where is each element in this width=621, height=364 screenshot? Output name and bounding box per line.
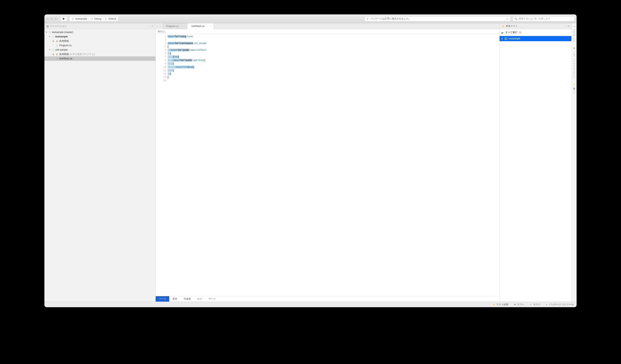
tree-root[interactable]: ▼ ▢ testsample (master) xyxy=(44,30,155,34)
status-tasks[interactable]: ✓タスク xyxy=(530,303,540,306)
rail-tab-unit-test[interactable]: ⚡単体テスト xyxy=(573,82,576,93)
editor-tab-active[interactable]: UnitTest1.cs ○ xyxy=(188,23,213,29)
csharp-file-icon: ▯ xyxy=(56,57,58,60)
bottom-tab-log[interactable]: ログ xyxy=(194,296,205,302)
crumb-project: testsample xyxy=(75,17,87,20)
search-input[interactable]: 🔍 検索するには '⌘.' を押します xyxy=(513,16,575,21)
proj1-label: testsample xyxy=(55,35,68,38)
stop-tests-icon[interactable] xyxy=(519,31,521,34)
config-breadcrumb[interactable]: ▢ testsample › ▢ Debug › ▯ Default xyxy=(69,16,118,21)
config-icon: ▢ xyxy=(90,17,93,20)
play-icon xyxy=(63,17,65,20)
deps-update-note: (4 件の更新プログラム) xyxy=(70,53,95,56)
test-tree-item[interactable]: ▶ testsample xyxy=(500,36,571,41)
run-all-label[interactable]: すべて実行 xyxy=(505,31,517,34)
test-item-label: testsample xyxy=(509,37,520,40)
bolt-icon: ⚡ xyxy=(501,25,505,28)
status-text: パッケージは正常に復元されました。 xyxy=(370,17,411,20)
error-icon: ⊗ xyxy=(514,303,516,306)
search-placeholder: 検索するには '⌘.' を押します xyxy=(518,17,550,20)
tree-file-selected[interactable]: ▯ UnitTest1.cs xyxy=(44,56,155,61)
tab-label: UnitTest1.cs xyxy=(191,25,205,28)
minimize-window-icon[interactable] xyxy=(51,17,53,20)
toolbox-icon: T xyxy=(573,26,575,27)
tree-dependencies[interactable]: ▶ ▮ 依存関係 (4 件の更新プログラム) xyxy=(44,52,155,56)
tab-label: Program.cs xyxy=(166,25,178,28)
project-icon: ▢ xyxy=(71,17,74,20)
editor-area: ‹ › Program.cs UnitTest1.cs ○ 選択なし 12345… xyxy=(156,23,499,302)
deps-label: 依存関係 xyxy=(59,53,69,56)
device-icon: ▯ xyxy=(104,17,107,20)
warning-icon[interactable]: ⚠ xyxy=(506,17,508,20)
disclosure-closed-icon[interactable]: ▶ xyxy=(501,38,503,40)
solution-icon: ▤ xyxy=(46,25,49,28)
status-test-results[interactable]: ⚡テスト結果 xyxy=(493,303,508,306)
code-content[interactable]: class="kw">using Xunit; class="kw">names… xyxy=(168,34,499,296)
tree-project[interactable]: ▼ ▢ unit-sample xyxy=(44,48,155,52)
status-bar: ⚡テスト結果 ⊗エラー ✓タスク ▪パッケージ コンソール xyxy=(44,302,577,307)
solution-explorer: ▤ ソリューション ▫ ✕ ▼ ▢ testsample (master) ▼ … xyxy=(44,23,156,302)
status-package-console[interactable]: ▪パッケージ コンソール xyxy=(546,303,574,306)
deps-label: 依存関係 xyxy=(59,39,69,43)
panel-title: ソリューション xyxy=(50,24,67,28)
disclosure-closed-icon[interactable]: ▶ xyxy=(53,53,55,55)
unit-test-panel-header: ⚡ 単体テスト ▫ ✕ xyxy=(500,23,571,29)
status-errors[interactable]: ⊗エラー xyxy=(514,303,524,306)
solution-panel-header: ▤ ソリューション ▫ ✕ xyxy=(44,23,155,29)
folder-icon: ▮ xyxy=(56,53,58,56)
code-editor[interactable]: 1234567891011121314 class="kw">using Xun… xyxy=(156,34,499,296)
panel-pin-icon[interactable]: ▫ xyxy=(150,25,151,27)
disclosure-closed-icon[interactable]: ▶ xyxy=(53,40,55,42)
panel-title: 単体テスト xyxy=(506,24,518,28)
disclosure-open-icon[interactable]: ▼ xyxy=(49,36,51,38)
file-label: Program.cs xyxy=(59,44,71,47)
file-label: UnitTest1.cs xyxy=(59,57,72,60)
main-body: ▤ ソリューション ▫ ✕ ▼ ▢ testsample (master) ▼ … xyxy=(44,23,577,302)
line-gutter: 1234567891011121314 xyxy=(156,34,168,296)
root-label: testsample (master) xyxy=(52,31,73,33)
panel-pin-icon[interactable]: ▫ xyxy=(566,25,566,27)
unit-test-panel: ⚡ 単体テスト ▫ ✕ ▶ すべて実行 ▶ testsample xyxy=(499,23,571,302)
close-window-icon[interactable] xyxy=(46,17,49,20)
rail-tab-toolbox[interactable]: Tツールボックス xyxy=(573,25,576,42)
disclosure-open-icon[interactable]: ▼ xyxy=(49,49,51,51)
search-icon: 🔍 xyxy=(514,17,517,20)
disclosure-open-icon[interactable]: ▼ xyxy=(46,31,48,33)
editor-tab-row: ‹ › Program.cs UnitTest1.cs ○ xyxy=(156,23,499,29)
bottom-tab-source[interactable]: ソース xyxy=(156,296,169,302)
right-rail: Tツールボックス ▤ドキュメント アウトライン ⚡単体テスト xyxy=(571,23,577,302)
bolt-icon: ⚡ xyxy=(573,83,575,85)
zoom-window-icon[interactable] xyxy=(54,17,57,20)
top-toolbar: ▢ testsample › ▢ Debug › ▯ Default ✔ パッケ… xyxy=(44,14,577,23)
csharp-file-icon: ▯ xyxy=(56,44,58,47)
panel-close-icon[interactable]: ✕ xyxy=(568,25,569,27)
editor-tab[interactable]: Program.cs xyxy=(162,23,188,29)
editor-breadcrumb[interactable]: 選択なし xyxy=(156,29,499,34)
tab-dirty-icon[interactable]: ○ xyxy=(210,25,211,27)
solution-tree[interactable]: ▼ ▢ testsample (master) ▼ ▢ testsample ▶… xyxy=(44,29,155,302)
outline-icon: ▤ xyxy=(573,47,575,49)
run-button[interactable] xyxy=(60,16,67,21)
crumb-text: 選択なし xyxy=(158,30,166,33)
nav-back-icon[interactable]: ‹ xyxy=(157,25,158,28)
panel-close-icon[interactable]: ✕ xyxy=(152,25,154,27)
nav-forward-icon[interactable]: › xyxy=(160,25,160,28)
tree-project[interactable]: ▼ ▢ testsample xyxy=(44,34,155,39)
bottom-tab-changes[interactable]: 変更 xyxy=(169,296,180,302)
bolt-icon: ⚡ xyxy=(493,303,495,306)
chevron-right-icon: › xyxy=(103,17,103,20)
tree-dependencies[interactable]: ▶ ▮ 依存関係 xyxy=(44,39,155,43)
crumb-config: Debug xyxy=(94,17,101,20)
rail-tab-outline[interactable]: ▤ドキュメント アウトライン xyxy=(573,46,576,78)
check-icon: ✓ xyxy=(530,303,532,306)
tree-file[interactable]: ▯ Program.cs xyxy=(44,43,155,48)
bottom-tab-merge[interactable]: マージ xyxy=(205,296,219,302)
window-controls xyxy=(46,17,57,20)
crumb-target: Default xyxy=(108,17,116,20)
run-all-row: ▶ すべて実行 xyxy=(500,29,571,36)
run-all-icon[interactable]: ▶ xyxy=(501,31,504,34)
bottom-tab-authors[interactable]: 作成者 xyxy=(180,296,194,302)
console-icon: ▪ xyxy=(546,303,548,306)
solution-icon: ▢ xyxy=(48,31,51,33)
folder-icon: ▮ xyxy=(56,40,58,42)
